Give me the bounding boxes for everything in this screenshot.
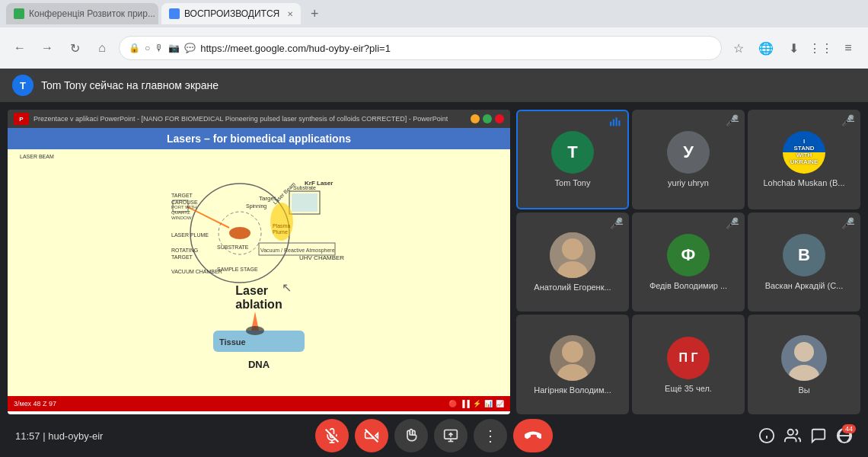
menu-button[interactable]: ≡ — [838, 37, 859, 59]
toolbar-right-controls: 44 — [700, 427, 853, 444]
bookmark-button[interactable]: ☆ — [728, 37, 749, 59]
svg-text:SUBSTRATE: SUBSTRATE — [217, 244, 249, 250]
lohchab-avatar: ISTANDWITHUKRAINE — [783, 131, 825, 174]
svg-text:KrF Laser: KrF Laser — [305, 180, 333, 187]
address-bar-row: ← → ↻ ⌂ 🔒 ○ 🎙 📷 💬 https://meet.google.co… — [0, 27, 868, 69]
svg-point-31 — [246, 326, 264, 335]
back-button[interactable]: ← — [9, 37, 30, 59]
nahirnyak-name: Нагірняк Володим... — [531, 385, 614, 395]
svg-text:TARGET: TARGET — [171, 193, 193, 198]
participant-tile-lohchab[interactable]: 🎤̶ ISTANDWITHUKRAINE Lohchab Muskan (B..… — [748, 110, 860, 209]
svg-point-7 — [270, 203, 293, 241]
svg-point-41 — [562, 341, 583, 363]
main-content: P Prezentace v aplikaci PowerPoint - [NA… — [0, 102, 868, 414]
notification-icon: 💬 — [184, 43, 196, 53]
participant-tile-anatoliy[interactable]: 🎤̶ Анатолий Егоренк... — [516, 213, 629, 312]
more-participants-label: Ещё 35 чел. — [662, 384, 715, 393]
presentation-area: P Prezentace v aplikaci PowerPoint - [NA… — [8, 110, 510, 414]
participant-grid: T Tom Tony 🎤̶ У yuriy uhryn 🎤̶ ISTANDWIT… — [516, 110, 860, 414]
forward-button[interactable]: → — [37, 37, 58, 59]
svg-point-54 — [788, 430, 793, 435]
tom-tony-name: Tom Tony — [552, 178, 594, 187]
svg-text:VACUUM CHAMBER: VACUUM CHAMBER — [171, 269, 222, 274]
end-call-button[interactable] — [513, 419, 553, 452]
extensions-button[interactable]: ⋮⋮ — [810, 37, 831, 59]
participant-tile-fediv[interactable]: 🎤̶ Ф Федів Володимир ... — [632, 213, 745, 312]
tab-favicon-1 — [14, 8, 24, 19]
participant-tile-nahirnyak[interactable]: Нагірняк Володим... — [516, 315, 629, 414]
svg-point-2 — [229, 227, 251, 239]
more-options-button[interactable]: ⋮ — [474, 419, 507, 452]
url-text: https://meet.google.com/hud-oyby-eir?pli… — [200, 43, 712, 54]
titlebar-controls — [471, 114, 504, 123]
notification-text: Tom Tony сейчас на главном экране — [41, 79, 219, 91]
tab-2-label: ВОСПРОИЗВОДИТСЯ — [184, 8, 279, 19]
ablation-section: Laserablation Tissue DNA — [206, 284, 312, 370]
anatoliy-name: Анатолий Егоренк... — [531, 283, 614, 292]
slide-header: Lasers – for biomedical applications — [8, 128, 510, 149]
more-group-avatar: П Г — [667, 337, 710, 379]
participant-tile-tom-tony[interactable]: T Tom Tony — [516, 110, 629, 209]
vaskan-mute-icon: 🎤̶ — [841, 217, 854, 229]
info-button[interactable] — [758, 427, 775, 444]
new-tab-button[interactable]: + — [304, 3, 325, 24]
tab-2[interactable]: ВОСПРОИЗВОДИТСЯ ✕ — [161, 3, 301, 24]
yuriy-mute-icon: 🎤̶ — [726, 114, 739, 126]
home-button[interactable]: ⌂ — [91, 37, 113, 59]
speaking-indicator — [608, 116, 621, 133]
laser-beam-label: LASER BEAM — [12, 154, 54, 159]
minimize-icon[interactable] — [471, 114, 480, 123]
maximize-icon[interactable] — [483, 114, 492, 123]
reload-button[interactable]: ↻ — [64, 37, 85, 59]
vaskan-name: Васкан Аркадій (С... — [762, 281, 847, 290]
tab-1[interactable]: Конференція Розвиток прир... ✕ — [6, 3, 158, 24]
cursor-indicator: ↖ — [282, 280, 292, 295]
svg-text:Spinning: Spinning — [246, 203, 266, 209]
svg-point-38 — [562, 238, 583, 260]
globe-button[interactable]: 🌐 — [755, 37, 777, 59]
laser-diagram-svg: Plasma Plume TARGET CAROUSE Substrate LA… — [171, 161, 346, 290]
participant-tile-vaskan[interactable]: 🎤̶ В Васкан Аркадій (С... — [748, 213, 860, 312]
svg-rect-6 — [292, 193, 318, 212]
download-button[interactable]: ⬇ — [783, 37, 804, 59]
svg-text:Plasma: Plasma — [273, 223, 290, 228]
activities-button[interactable]: 44 — [836, 427, 853, 444]
camera-button[interactable] — [355, 419, 388, 452]
address-bar[interactable]: 🔒 ○ 🎙 📷 💬 https://meet.google.com/hud-oy… — [119, 36, 722, 60]
slide-page-info: 3/мех 48 Z 97 — [14, 400, 56, 407]
mic-permission-icon: 🎙 — [155, 43, 164, 53]
fediv-avatar: Ф — [667, 234, 710, 276]
tissue-svg: Tissue — [206, 312, 312, 357]
slide-bottom-bar: 3/мех 48 Z 97 🔴 ▐▐ ⚡ 📊 📈 — [8, 396, 510, 411]
you-name: Вы — [795, 385, 812, 395]
svg-rect-36 — [618, 120, 620, 126]
participant-tile-you[interactable]: Вы — [748, 315, 860, 414]
hand-raise-button[interactable] — [394, 419, 428, 452]
meet-app: T Tom Tony сейчас на главном экране P Pr… — [0, 69, 868, 457]
svg-text:ROTATING: ROTATING — [171, 248, 198, 253]
svg-rect-33 — [610, 122, 611, 126]
participant-tile-more[interactable]: П Г Ещё 35 чел. — [632, 315, 745, 414]
camera-permission-icon: 📷 — [168, 43, 180, 53]
lohchab-mute-icon: 🎤̶ — [841, 114, 854, 126]
svg-text:PORT WITH: PORT WITH — [171, 205, 196, 209]
share-screen-button[interactable] — [434, 419, 468, 452]
svg-text:SAMPLE STAGE: SAMPLE STAGE — [217, 267, 258, 272]
people-button[interactable] — [784, 427, 801, 444]
mic-button[interactable] — [315, 419, 349, 452]
svg-text:TARGET: TARGET — [171, 254, 193, 260]
current-time: 11:57 — [15, 430, 40, 442]
chat-button[interactable] — [810, 427, 827, 444]
lohchab-name: Lohchab Muskan (B... — [760, 178, 847, 187]
participant-tile-yuriy[interactable]: 🎤̶ У yuriy uhryn — [632, 110, 745, 209]
tom-tony-avatar: T — [551, 131, 594, 174]
close-icon[interactable] — [495, 114, 504, 123]
security-icon: 🔒 — [129, 43, 140, 53]
toolbar-controls: ⋮ — [175, 419, 693, 452]
time-meeting-info: 11:57 | hud-oyby-eir — [15, 430, 168, 442]
browser-chrome: Конференція Розвиток прир... ✕ ВОСПРОИЗВ… — [0, 0, 868, 69]
notification-avatar: T — [12, 75, 34, 96]
slide-content: Lasers – for biomedical applications LAS… — [8, 128, 510, 414]
tab-2-close[interactable]: ✕ — [287, 10, 293, 18]
tab-1-label: Конференція Розвиток прир... — [29, 8, 155, 19]
